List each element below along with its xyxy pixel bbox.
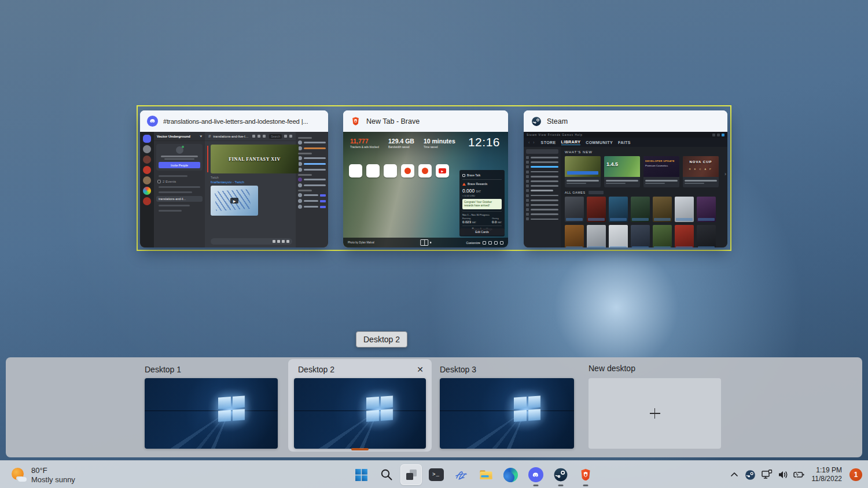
embed-source: Twitch bbox=[211, 176, 296, 179]
minimize-icon bbox=[712, 134, 715, 136]
close-desktop2-button[interactable]: ✕ bbox=[414, 363, 426, 376]
clock-widget[interactable]: 1:19 PM 11/8/2022 bbox=[808, 466, 847, 483]
network-button[interactable] bbox=[759, 463, 774, 486]
steam-icon bbox=[553, 467, 568, 482]
discord-invite-promo: Invite People bbox=[156, 144, 203, 171]
tray-date: 11/8/2022 bbox=[812, 475, 843, 483]
windows-logo bbox=[514, 395, 540, 422]
shortcut-tile-reddit bbox=[401, 164, 414, 178]
stat-value: 129.4 GB bbox=[388, 138, 414, 145]
windows-logo bbox=[218, 395, 245, 422]
ink-app-button[interactable] bbox=[448, 462, 473, 487]
desktop1-thumbnail[interactable] bbox=[145, 378, 278, 449]
stat-label: Bandwidth saved bbox=[388, 146, 414, 149]
file-explorer-button[interactable] bbox=[473, 462, 498, 487]
game-cover bbox=[587, 225, 606, 247]
volume-button[interactable] bbox=[775, 463, 790, 486]
member-row bbox=[298, 141, 326, 145]
newtab-shortcut-tiles: ▶ bbox=[349, 164, 449, 178]
library-game-row bbox=[526, 189, 558, 192]
dot-indicator bbox=[430, 242, 432, 243]
nav-community: COMMUNITY bbox=[586, 141, 613, 145]
desktop3-thumbnail[interactable] bbox=[440, 378, 574, 449]
close-icon: ✕ bbox=[417, 365, 424, 374]
library-game-row bbox=[526, 199, 558, 202]
start-button[interactable] bbox=[349, 462, 374, 487]
steam-titlebar: Steam bbox=[524, 110, 727, 132]
windows-start-icon bbox=[354, 468, 369, 482]
discord-members-list bbox=[296, 132, 328, 247]
terminal-icon: >_ bbox=[429, 468, 444, 481]
nav-profile: FAITS bbox=[618, 141, 631, 145]
brave-rewards-label: Brave Rewards bbox=[468, 182, 487, 186]
discord-server-rail bbox=[140, 132, 154, 247]
task-view-button[interactable] bbox=[399, 462, 424, 487]
new-desktop-button[interactable] bbox=[589, 378, 721, 449]
windows-logo bbox=[366, 395, 393, 422]
running-indicator bbox=[533, 485, 538, 486]
task-view-icon bbox=[404, 468, 418, 482]
library-game-row bbox=[526, 165, 558, 168]
steam-tray-icon bbox=[745, 469, 756, 480]
brave-news-peek bbox=[420, 239, 432, 246]
help-icon bbox=[289, 135, 292, 138]
battery-button[interactable] bbox=[792, 463, 807, 486]
member-row bbox=[298, 156, 326, 160]
library-game-row bbox=[526, 161, 558, 164]
whats-new-heading: WHAT'S NEW bbox=[565, 150, 723, 154]
steam-menu-items: Steam View Friends Games Help bbox=[527, 134, 583, 136]
game-cover bbox=[675, 225, 694, 247]
edge-button[interactable] bbox=[498, 462, 523, 487]
steam-window-title: Steam bbox=[547, 117, 568, 125]
terminal-button[interactable]: >_ bbox=[424, 462, 448, 487]
weather-condition: Mostly sunny bbox=[31, 475, 75, 484]
member-section-label bbox=[298, 174, 312, 176]
desktop2-thumbnail[interactable] bbox=[294, 378, 426, 449]
steam-tray-button[interactable] bbox=[743, 463, 758, 486]
brave-button[interactable] bbox=[573, 462, 598, 487]
notification-badge[interactable]: 1 bbox=[849, 468, 862, 481]
chevron-up-icon bbox=[730, 470, 739, 479]
tray-overflow-button[interactable] bbox=[727, 463, 742, 486]
windows-wallpaper bbox=[294, 378, 426, 449]
window-thumbnail-brave[interactable]: New Tab - Brave 11,777Trackers & ads blo… bbox=[343, 110, 508, 247]
decor-accent bbox=[207, 146, 208, 172]
windows-wallpaper bbox=[145, 378, 278, 449]
giving-value: 0.0 bbox=[492, 220, 496, 224]
window-thumbnail-steam[interactable]: Steam Steam View Friends Games Help ‹ › … bbox=[524, 110, 727, 247]
grid-icon bbox=[488, 241, 492, 245]
nav-store: STORE bbox=[541, 141, 556, 145]
nav-library: LIBRARY bbox=[561, 140, 581, 145]
decor-bar bbox=[164, 158, 194, 160]
mostly-sunny-icon bbox=[10, 467, 27, 483]
member-row bbox=[298, 168, 326, 172]
weather-widget[interactable]: 80°F Mostly sunny bbox=[6, 461, 80, 488]
game-cover bbox=[697, 197, 716, 222]
tray-time: 1:19 PM bbox=[812, 466, 843, 475]
photo-credit: Photo by Dylan Malval bbox=[348, 241, 374, 244]
members-icon bbox=[252, 135, 255, 138]
desktop2-card-hovered[interactable]: Desktop 2 ✕ bbox=[288, 359, 432, 452]
file-explorer-icon bbox=[479, 467, 494, 482]
brave-talk-label: Brave Talk bbox=[467, 173, 480, 177]
member-row bbox=[298, 178, 326, 182]
desktop2-tooltip: Desktop 2 bbox=[356, 331, 407, 347]
decor-bar bbox=[159, 210, 182, 212]
search-button[interactable] bbox=[374, 462, 399, 487]
stat-value: 11,777 bbox=[350, 138, 379, 145]
bat-balance: 0.000 bbox=[462, 188, 475, 194]
inbox-icon bbox=[284, 135, 287, 138]
member-row bbox=[298, 199, 326, 203]
discord-button[interactable] bbox=[523, 462, 548, 487]
taskbar: 80°F Mostly sunny >_ bbox=[0, 460, 868, 488]
friends-online-icon bbox=[722, 134, 724, 136]
game-cover bbox=[653, 197, 672, 222]
bat-icon bbox=[462, 183, 466, 186]
shortcut-tile bbox=[349, 164, 362, 178]
steam-button[interactable] bbox=[548, 462, 573, 487]
new-desktop-label: New desktop bbox=[589, 364, 635, 373]
rewards-notice: Congrats! Your October rewards have arri… bbox=[462, 199, 502, 209]
window-thumbnail-discord[interactable]: #translations-and-live-letters-and-lodes… bbox=[140, 110, 328, 247]
stat-label: Time saved bbox=[424, 146, 455, 149]
game-covers-row bbox=[565, 225, 723, 247]
